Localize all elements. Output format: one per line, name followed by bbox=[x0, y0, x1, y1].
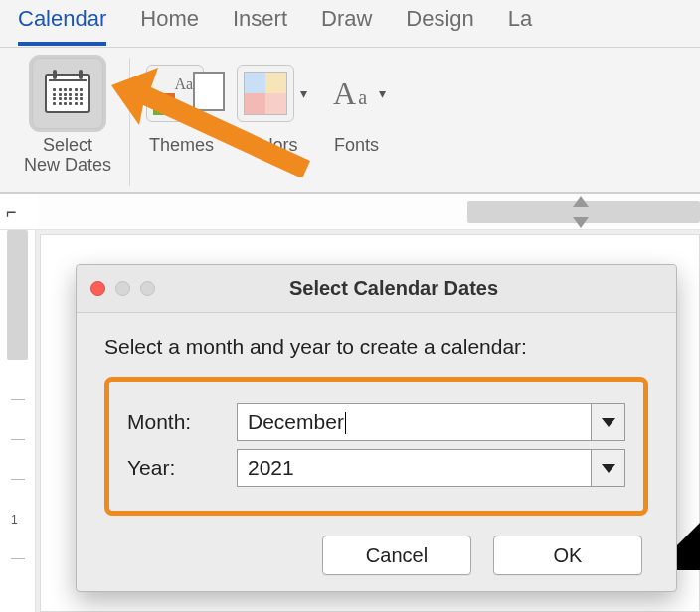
dropdown-caret-icon[interactable] bbox=[591, 404, 624, 440]
horizontal-ruler: ⌐ bbox=[0, 193, 700, 230]
year-value: 2021 bbox=[238, 456, 304, 480]
colors-label: Colors bbox=[247, 135, 298, 155]
ribbon-tabs: Calendar Home Insert Draw Design La bbox=[0, 0, 700, 48]
tab-calendar[interactable]: Calendar bbox=[18, 6, 106, 46]
tab-home[interactable]: Home bbox=[140, 6, 199, 42]
themes-icon: Aa bbox=[153, 72, 197, 115]
fonts-icon: Aa bbox=[327, 76, 373, 112]
dialog-title: Select Calendar Dates bbox=[165, 277, 622, 300]
ok-button[interactable]: OK bbox=[493, 536, 642, 575]
indent-marker-top-icon[interactable] bbox=[573, 196, 589, 207]
dialog-titlebar[interactable]: Select Calendar Dates bbox=[77, 265, 676, 313]
minimize-window-button bbox=[115, 281, 130, 296]
group-colors: ▾ Colors bbox=[227, 58, 317, 186]
vertical-ruler: 1 bbox=[0, 230, 36, 612]
text-cursor-icon bbox=[345, 412, 346, 434]
chevron-down-icon[interactable]: ▾ bbox=[300, 85, 307, 101]
zoom-window-button bbox=[140, 281, 155, 296]
fonts-label: Fonts bbox=[334, 135, 379, 155]
tab-stop-icon[interactable]: ⌐ bbox=[6, 202, 17, 223]
themes-label: Themes bbox=[149, 135, 214, 155]
select-new-dates-button[interactable] bbox=[32, 58, 103, 129]
month-label: Month: bbox=[127, 410, 237, 434]
annotation-highlight-box: Month: December Year: 2021 bbox=[104, 377, 648, 516]
cancel-button[interactable]: Cancel bbox=[322, 536, 471, 575]
themes-button[interactable]: Aa bbox=[146, 65, 204, 122]
year-label: Year: bbox=[127, 456, 237, 480]
ruler-mark-1: 1 bbox=[11, 513, 18, 527]
ribbon: Select New Dates Aa ▾ Themes ▾ bbox=[0, 48, 700, 193]
tab-layout[interactable]: La bbox=[508, 6, 532, 42]
dialog-prompt: Select a month and year to create a cale… bbox=[104, 335, 648, 359]
chevron-down-icon[interactable]: ▾ bbox=[379, 85, 386, 101]
group-select-new-dates: Select New Dates bbox=[14, 58, 130, 186]
close-window-button[interactable] bbox=[90, 281, 105, 296]
select-new-dates-label: Select New Dates bbox=[24, 135, 111, 175]
colors-icon bbox=[244, 72, 287, 115]
month-value: December bbox=[248, 410, 344, 433]
colors-button[interactable] bbox=[237, 65, 294, 122]
calendar-icon bbox=[45, 74, 90, 113]
group-themes: Aa ▾ Themes bbox=[136, 58, 227, 186]
dropdown-caret-icon[interactable] bbox=[591, 450, 624, 486]
tab-design[interactable]: Design bbox=[406, 6, 473, 42]
tab-draw[interactable]: Draw bbox=[321, 6, 372, 42]
tab-insert[interactable]: Insert bbox=[233, 6, 287, 42]
window-controls bbox=[90, 281, 155, 296]
group-fonts: Aa ▾ Fonts bbox=[317, 58, 396, 186]
year-combobox[interactable]: 2021 bbox=[237, 449, 625, 487]
select-calendar-dates-dialog: Select Calendar Dates Select a month and… bbox=[76, 264, 677, 592]
month-combobox[interactable]: December bbox=[237, 403, 625, 441]
indent-marker-bottom-icon[interactable] bbox=[573, 217, 589, 228]
